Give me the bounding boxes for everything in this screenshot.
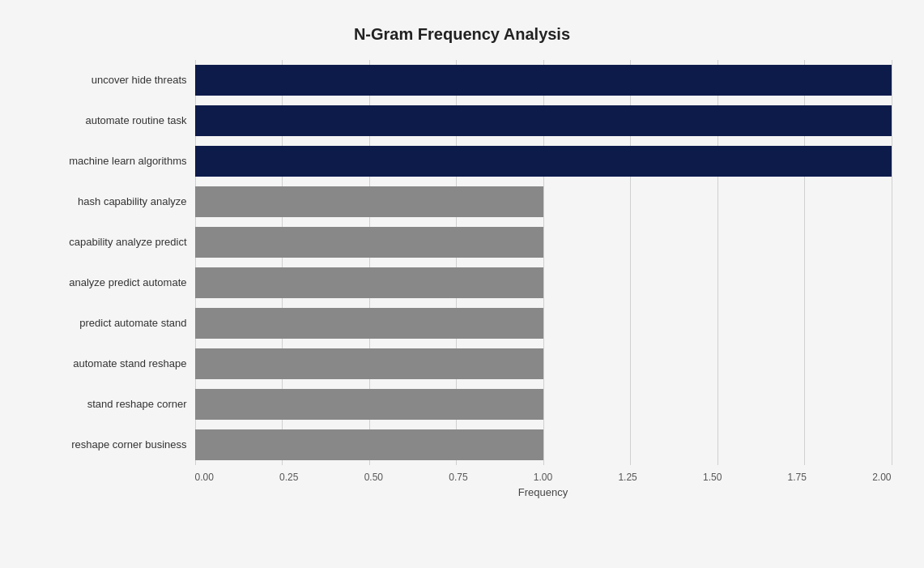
bar-fill (195, 389, 543, 420)
chart-area: uncover hide threatsautomate routine tas… (33, 60, 892, 481)
bar-track (195, 105, 892, 136)
bar-row: automate stand reshape (33, 344, 892, 384)
x-tick: 1.75 (788, 472, 807, 483)
x-tick: 1.50 (703, 472, 722, 483)
bar-fill (195, 65, 892, 96)
bar-label: machine learn algorithms (33, 155, 195, 167)
bar-row: hash capability analyze (33, 182, 892, 222)
bar-label: capability analyze predict (33, 236, 195, 248)
x-tick: 0.25 (279, 472, 298, 483)
bar-label: hash capability analyze (33, 195, 195, 207)
chart-container: N-Gram Frequency Analysis uncover hide t… (17, 9, 908, 560)
bar-label: predict automate stand (33, 317, 195, 329)
bar-fill (195, 227, 543, 258)
bar-track (195, 267, 892, 298)
bar-label: automate routine task (33, 114, 195, 126)
bar-track (195, 65, 892, 96)
bar-row: uncover hide threats (33, 60, 892, 100)
bar-label: reshape corner business (33, 438, 195, 451)
x-tick: 0.00 (195, 472, 214, 483)
bar-label: analyze predict automate (33, 276, 195, 288)
grid-line (892, 60, 892, 465)
bar-fill (195, 429, 543, 460)
bar-fill (195, 348, 543, 379)
bar-row: predict automate stand (33, 303, 892, 344)
bar-row: machine learn algorithms (33, 141, 892, 182)
bars-section: uncover hide threatsautomate routine tas… (33, 60, 892, 465)
x-axis-label: Frequency (195, 486, 892, 498)
bar-track (195, 348, 892, 379)
bar-label: uncover hide threats (33, 74, 195, 86)
bar-fill (195, 146, 892, 177)
bar-label: automate stand reshape (33, 357, 195, 369)
x-tick: 0.75 (449, 472, 467, 483)
bar-row: stand reshape corner (33, 384, 892, 425)
x-tick: 1.00 (534, 472, 552, 483)
bar-track (195, 186, 892, 217)
bar-fill (195, 308, 543, 339)
bar-track (195, 308, 892, 339)
chart-title: N-Gram Frequency Analysis (33, 25, 892, 44)
bar-track (195, 146, 892, 177)
bar-row: analyze predict automate (33, 263, 892, 303)
bars-wrapper: uncover hide threatsautomate routine tas… (33, 60, 892, 465)
bar-row: capability analyze predict (33, 222, 892, 263)
bar-track (195, 227, 892, 258)
bar-track (195, 429, 892, 460)
bar-fill (195, 105, 892, 136)
bar-row: automate routine task (33, 100, 892, 141)
bar-track (195, 389, 892, 420)
x-tick: 0.50 (364, 472, 383, 483)
x-tick: 2.00 (872, 472, 891, 483)
bar-fill (195, 267, 543, 298)
x-axis: 0.000.250.500.751.001.251.501.752.00 (195, 472, 892, 483)
bar-label: stand reshape corner (33, 398, 195, 410)
bar-fill (195, 186, 543, 217)
x-tick: 1.25 (618, 472, 637, 483)
bar-row: reshape corner business (33, 425, 892, 465)
x-axis-ticks: 0.000.250.500.751.001.251.501.752.00 (195, 472, 892, 483)
